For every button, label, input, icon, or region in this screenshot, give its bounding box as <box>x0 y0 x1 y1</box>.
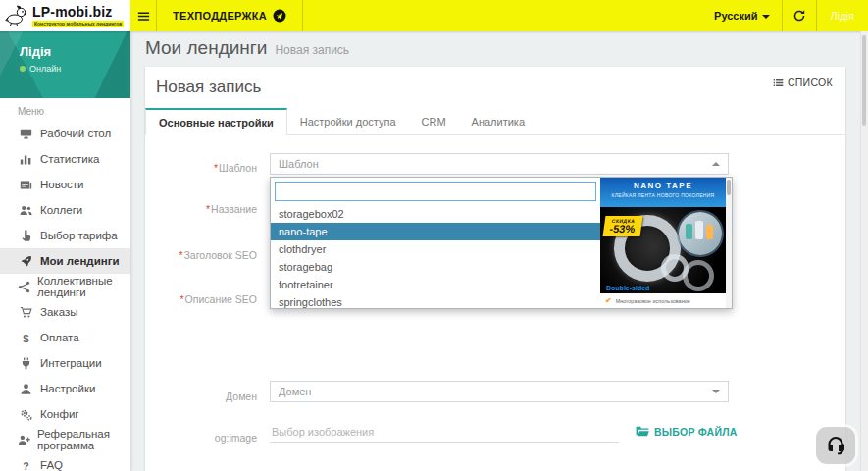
tab-label: Аналитика <box>472 116 525 128</box>
sidebar-item-label: Новости <box>40 179 84 190</box>
tab-access-settings[interactable]: Настройки доступа <box>287 108 409 134</box>
form-card: Новая запись СПИСОК Основные настройки Н… <box>145 67 845 471</box>
sidebar-item-label: Статистика <box>40 153 99 165</box>
gears-icon <box>18 408 33 421</box>
name-label: *Название <box>145 203 257 215</box>
choose-file-button[interactable]: ВЫБОР ФАЙЛА <box>636 426 737 438</box>
logo[interactable]: LP-mobi.biz Конструктор мобильных лендин… <box>0 0 130 31</box>
sidebar-item-statistics[interactable]: Статистика <box>0 146 130 172</box>
dropdown-option[interactable]: storagebox02 <box>271 205 600 223</box>
dropdown-option[interactable]: clothdryer <box>271 240 600 258</box>
domain-select[interactable]: Домен <box>270 381 729 402</box>
refresh-button[interactable] <box>783 0 816 31</box>
og-image-label: og:image <box>145 432 257 444</box>
dropdown-option-selected[interactable]: nano-tape <box>271 223 600 240</box>
preview-feature-text: Многоразовое использование <box>616 298 690 304</box>
sidebar-item-label: Коллективные лендинги <box>37 275 130 298</box>
template-select[interactable]: Шаблон <box>270 153 729 175</box>
refresh-icon <box>792 9 806 23</box>
sidebar-item-integrations[interactable]: Интеграции <box>0 350 130 376</box>
tab-bar: Основные настройки Настройки доступа CRM… <box>145 108 845 135</box>
required-mark: * <box>180 293 184 305</box>
required-mark: * <box>206 203 210 215</box>
sidebar-item-orders[interactable]: Заказы <box>0 299 130 325</box>
page-title: Мои лендинги <box>145 37 267 59</box>
tape-piece-image <box>683 260 714 291</box>
menu-section-label: Меню <box>0 98 130 121</box>
sidebar-toggle-button[interactable] <box>130 0 156 31</box>
dropdown-list-panel: storagebox02 nano-tape clothdryer storag… <box>271 178 600 308</box>
svg-text:?: ? <box>23 459 28 471</box>
language-label: Русский <box>714 10 757 22</box>
check-icon: ✔ <box>605 296 612 305</box>
dropdown-option[interactable]: footretainer <box>271 276 600 293</box>
hamburger-icon <box>136 9 151 24</box>
required-mark: * <box>214 162 218 174</box>
dollar-icon: $ <box>18 332 33 344</box>
preview-caption: Double-sided <box>606 285 649 291</box>
list-button[interactable]: СПИСОК <box>773 77 833 88</box>
template-preview-image: NANO TAPE КЛЕЙКАЯ ЛЕНТА НОВОГО ПОКОЛЕНИЯ… <box>600 178 726 308</box>
tab-label: CRM <box>422 116 446 128</box>
tab-analytics[interactable]: Аналитика <box>459 108 537 134</box>
sidebar-item-desktop[interactable]: Рабочий стол <box>0 121 130 146</box>
label-text: Заголовок SEO <box>184 249 257 261</box>
tab-main-settings[interactable]: Основные настройки <box>145 108 287 135</box>
sidebar-item-collective-landings[interactable]: Коллективные лендинги <box>0 274 130 299</box>
dog-logo-icon <box>5 5 28 26</box>
list-icon <box>773 78 784 88</box>
og-image-input[interactable] <box>270 422 619 443</box>
sidebar-item-news[interactable]: Новости <box>0 172 130 197</box>
sidebar-item-label: Оплата <box>40 332 79 343</box>
domain-label: Домен <box>145 391 257 402</box>
online-status-dot <box>20 66 26 72</box>
page-scrollbar[interactable] <box>860 31 868 471</box>
sidebar-item-referral[interactable]: Реферальная программа <box>0 427 130 452</box>
dropdown-option[interactable]: storagebag <box>271 258 600 276</box>
dropdown-option[interactable]: springclothes <box>271 293 600 308</box>
sidebar-item-config[interactable]: Конфиг <box>0 401 130 427</box>
scrollbar-thumb[interactable] <box>862 35 866 126</box>
preview-title: NANO TAPE <box>600 182 726 190</box>
discount-badge: СКИДКА -53% <box>603 216 643 236</box>
user-icon <box>18 383 33 395</box>
support-chat-button[interactable] <box>816 427 855 464</box>
hand-pointer-icon <box>18 230 33 242</box>
dropdown-scrollbar[interactable] <box>726 178 732 308</box>
topbar-username[interactable]: Лідія <box>817 0 868 31</box>
sidebar-item-label: Мои лендинги <box>40 255 120 267</box>
label-text: og:image <box>215 432 257 444</box>
sidebar-item-payment[interactable]: $ Оплата <box>0 325 130 350</box>
scrollbar-thumb[interactable] <box>727 180 731 195</box>
seo-title-label: *Заголовок SEO <box>145 249 257 261</box>
template-label: *Шаблон <box>145 162 257 174</box>
label-text: Домен <box>226 391 257 402</box>
sidebar-item-settings[interactable]: Настройки <box>0 376 130 401</box>
preview-header: NANO TAPE КЛЕЙКАЯ ЛЕНТА НОВОГО ПОКОЛЕНИЯ <box>600 178 726 207</box>
sidebar-item-my-landings[interactable]: Мои лендинги <box>0 248 130 274</box>
choose-file-label: ВЫБОР ФАЙЛА <box>654 426 737 438</box>
support-button[interactable]: ТЕХПОДДЕРЖКА <box>157 0 302 31</box>
sidebar-item-colleagues[interactable]: Коллеги <box>0 197 130 223</box>
sidebar-item-label: Интеграции <box>40 357 102 369</box>
sidebar-item-label: Реферальная программа <box>37 428 130 451</box>
dropdown-search-input[interactable] <box>275 182 596 201</box>
logo-subtitle: Конструктор мобильных лендингов <box>32 21 124 27</box>
users-icon <box>18 204 33 217</box>
sidebar-item-label: Коллеги <box>40 204 82 216</box>
sidebar-item-faq[interactable]: ? FAQ <box>0 452 130 471</box>
sidebar-item-label: Конфиг <box>40 408 79 420</box>
sidebar-item-tariff[interactable]: Выбор тарифа <box>0 223 130 248</box>
headset-icon <box>824 434 847 457</box>
dropdown-options: storagebox02 nano-tape clothdryer storag… <box>271 205 600 308</box>
user-plus-icon <box>18 434 30 446</box>
chevron-down-icon <box>712 390 720 393</box>
chevron-down-icon <box>762 15 770 19</box>
preview-body: СКИДКА -53% Double-sided <box>600 207 726 293</box>
tab-crm[interactable]: CRM <box>409 108 459 134</box>
sidebar-item-label: FAQ <box>40 459 63 471</box>
tab-label: Настройки доступа <box>300 116 396 128</box>
discount-badge-value: -53% <box>609 224 636 235</box>
svg-text:$: $ <box>23 332 29 343</box>
language-selector[interactable]: Русский <box>702 0 781 31</box>
